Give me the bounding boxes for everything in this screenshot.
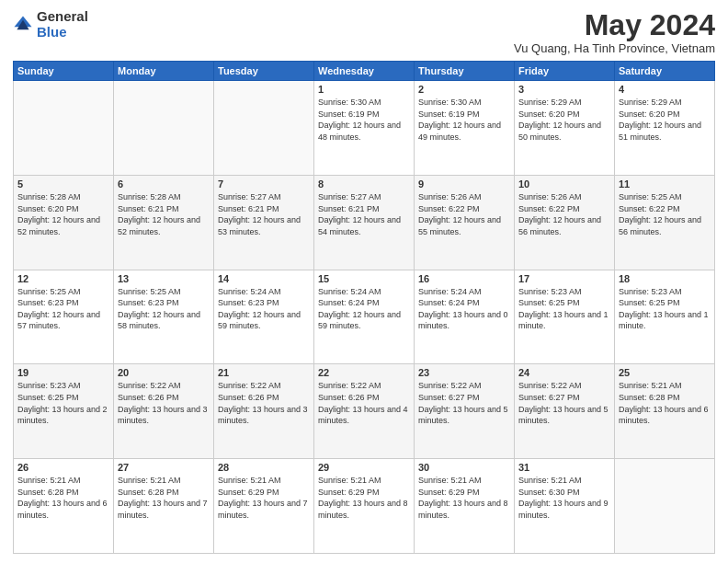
table-row: 23Sunrise: 5:22 AMSunset: 6:27 PMDayligh… — [415, 364, 515, 459]
col-tuesday: Tuesday — [214, 62, 314, 81]
cell-content: Sunrise: 5:21 AMSunset: 6:29 PMDaylight:… — [318, 476, 408, 520]
logo-blue-label: Blue — [37, 25, 88, 40]
day-number: 9 — [418, 178, 510, 190]
cell-content: Sunrise: 5:25 AMSunset: 6:23 PMDaylight:… — [17, 287, 100, 331]
day-number: 28 — [218, 462, 310, 473]
cell-content: Sunrise: 5:21 AMSunset: 6:29 PMDaylight:… — [418, 476, 508, 520]
calendar-table: Sunday Monday Tuesday Wednesday Thursday… — [13, 61, 715, 554]
table-row: 28Sunrise: 5:21 AMSunset: 6:29 PMDayligh… — [214, 459, 314, 554]
table-row: 14Sunrise: 5:24 AMSunset: 6:23 PMDayligh… — [214, 270, 314, 364]
calendar-week-row: 1Sunrise: 5:30 AMSunset: 6:19 PMDaylight… — [14, 81, 715, 176]
table-row: 8Sunrise: 5:27 AMSunset: 6:21 PMDaylight… — [314, 175, 415, 270]
table-row: 16Sunrise: 5:24 AMSunset: 6:24 PMDayligh… — [415, 270, 515, 364]
col-friday: Friday — [515, 62, 615, 81]
logo-text: General Blue — [37, 9, 88, 40]
day-number: 6 — [118, 178, 210, 190]
table-row: 3Sunrise: 5:29 AMSunset: 6:20 PMDaylight… — [515, 81, 615, 176]
col-sunday: Sunday — [14, 62, 114, 81]
col-thursday: Thursday — [415, 62, 515, 81]
day-number: 7 — [218, 178, 310, 190]
day-number: 5 — [17, 178, 109, 190]
cell-content: Sunrise: 5:29 AMSunset: 6:20 PMDaylight:… — [518, 98, 601, 142]
table-row: 13Sunrise: 5:25 AMSunset: 6:23 PMDayligh… — [114, 270, 214, 364]
table-row — [214, 81, 314, 176]
cell-content: Sunrise: 5:30 AMSunset: 6:19 PMDaylight:… — [418, 98, 501, 142]
table-row: 4Sunrise: 5:29 AMSunset: 6:20 PMDaylight… — [615, 81, 715, 176]
table-row: 9Sunrise: 5:26 AMSunset: 6:22 PMDaylight… — [415, 175, 515, 270]
cell-content: Sunrise: 5:27 AMSunset: 6:21 PMDaylight:… — [218, 192, 301, 236]
table-row — [615, 459, 715, 554]
calendar-week-row: 26Sunrise: 5:21 AMSunset: 6:28 PMDayligh… — [14, 459, 715, 554]
cell-content: Sunrise: 5:23 AMSunset: 6:25 PMDaylight:… — [619, 287, 709, 331]
table-row: 15Sunrise: 5:24 AMSunset: 6:24 PMDayligh… — [314, 270, 415, 364]
day-number: 12 — [17, 273, 109, 284]
day-number: 26 — [17, 462, 109, 473]
table-row: 1Sunrise: 5:30 AMSunset: 6:19 PMDaylight… — [314, 81, 415, 176]
day-number: 19 — [17, 367, 109, 378]
cell-content: Sunrise: 5:22 AMSunset: 6:27 PMDaylight:… — [518, 381, 609, 425]
table-row: 7Sunrise: 5:27 AMSunset: 6:21 PMDaylight… — [214, 175, 314, 270]
page: General Blue May 2024 Vu Quang, Ha Tinh … — [0, 0, 728, 563]
cell-content: Sunrise: 5:29 AMSunset: 6:20 PMDaylight:… — [619, 98, 701, 142]
subtitle: Vu Quang, Ha Tinh Province, Vietnam — [514, 41, 715, 55]
cell-content: Sunrise: 5:21 AMSunset: 6:30 PMDaylight:… — [518, 476, 609, 520]
cell-content: Sunrise: 5:28 AMSunset: 6:21 PMDaylight:… — [118, 192, 200, 236]
day-number: 25 — [619, 367, 711, 378]
day-number: 11 — [619, 178, 711, 190]
cell-content: Sunrise: 5:22 AMSunset: 6:26 PMDaylight:… — [118, 381, 208, 425]
cell-content: Sunrise: 5:24 AMSunset: 6:24 PMDaylight:… — [318, 287, 401, 331]
cell-content: Sunrise: 5:22 AMSunset: 6:26 PMDaylight:… — [318, 381, 408, 425]
table-row: 10Sunrise: 5:26 AMSunset: 6:22 PMDayligh… — [515, 175, 615, 270]
table-row: 26Sunrise: 5:21 AMSunset: 6:28 PMDayligh… — [14, 459, 114, 554]
col-wednesday: Wednesday — [314, 62, 415, 81]
cell-content: Sunrise: 5:27 AMSunset: 6:21 PMDaylight:… — [318, 192, 401, 236]
day-number: 17 — [518, 273, 610, 284]
calendar-week-row: 19Sunrise: 5:23 AMSunset: 6:25 PMDayligh… — [14, 364, 715, 459]
cell-content: Sunrise: 5:25 AMSunset: 6:23 PMDaylight:… — [118, 287, 200, 331]
table-row: 22Sunrise: 5:22 AMSunset: 6:26 PMDayligh… — [314, 364, 415, 459]
day-number: 30 — [418, 462, 510, 473]
table-row: 11Sunrise: 5:25 AMSunset: 6:22 PMDayligh… — [615, 175, 715, 270]
calendar-header-row: Sunday Monday Tuesday Wednesday Thursday… — [14, 62, 715, 81]
table-row: 6Sunrise: 5:28 AMSunset: 6:21 PMDaylight… — [114, 175, 214, 270]
table-row — [114, 81, 214, 176]
table-row: 25Sunrise: 5:21 AMSunset: 6:28 PMDayligh… — [615, 364, 715, 459]
day-number: 29 — [318, 462, 410, 473]
day-number: 4 — [619, 84, 711, 95]
col-monday: Monday — [114, 62, 214, 81]
cell-content: Sunrise: 5:22 AMSunset: 6:27 PMDaylight:… — [418, 381, 508, 425]
cell-content: Sunrise: 5:22 AMSunset: 6:26 PMDaylight:… — [218, 381, 308, 425]
table-row: 18Sunrise: 5:23 AMSunset: 6:25 PMDayligh… — [615, 270, 715, 364]
cell-content: Sunrise: 5:23 AMSunset: 6:25 PMDaylight:… — [518, 287, 609, 331]
table-row: 21Sunrise: 5:22 AMSunset: 6:26 PMDayligh… — [214, 364, 314, 459]
day-number: 3 — [518, 84, 610, 95]
day-number: 31 — [518, 462, 610, 473]
table-row: 17Sunrise: 5:23 AMSunset: 6:25 PMDayligh… — [515, 270, 615, 364]
table-row: 2Sunrise: 5:30 AMSunset: 6:19 PMDaylight… — [415, 81, 515, 176]
day-number: 20 — [118, 367, 210, 378]
day-number: 22 — [318, 367, 410, 378]
table-row: 29Sunrise: 5:21 AMSunset: 6:29 PMDayligh… — [314, 459, 415, 554]
table-row: 27Sunrise: 5:21 AMSunset: 6:28 PMDayligh… — [114, 459, 214, 554]
table-row: 19Sunrise: 5:23 AMSunset: 6:25 PMDayligh… — [14, 364, 114, 459]
header: General Blue May 2024 Vu Quang, Ha Tinh … — [13, 9, 715, 55]
day-number: 18 — [619, 273, 711, 284]
calendar-week-row: 12Sunrise: 5:25 AMSunset: 6:23 PMDayligh… — [14, 270, 715, 364]
cell-content: Sunrise: 5:26 AMSunset: 6:22 PMDaylight:… — [518, 192, 601, 236]
day-number: 16 — [418, 273, 510, 284]
day-number: 13 — [118, 273, 210, 284]
table-row — [14, 81, 114, 176]
day-number: 21 — [218, 367, 310, 378]
logo-general-label: General — [37, 9, 88, 25]
table-row: 30Sunrise: 5:21 AMSunset: 6:29 PMDayligh… — [415, 459, 515, 554]
cell-content: Sunrise: 5:21 AMSunset: 6:29 PMDaylight:… — [218, 476, 308, 520]
cell-content: Sunrise: 5:23 AMSunset: 6:25 PMDaylight:… — [17, 381, 108, 425]
main-title: May 2024 — [514, 9, 715, 41]
day-number: 8 — [318, 178, 410, 190]
day-number: 10 — [518, 178, 610, 190]
cell-content: Sunrise: 5:21 AMSunset: 6:28 PMDaylight:… — [118, 476, 208, 520]
table-row: 20Sunrise: 5:22 AMSunset: 6:26 PMDayligh… — [114, 364, 214, 459]
table-row: 31Sunrise: 5:21 AMSunset: 6:30 PMDayligh… — [515, 459, 615, 554]
cell-content: Sunrise: 5:24 AMSunset: 6:23 PMDaylight:… — [218, 287, 301, 331]
day-number: 23 — [418, 367, 510, 378]
